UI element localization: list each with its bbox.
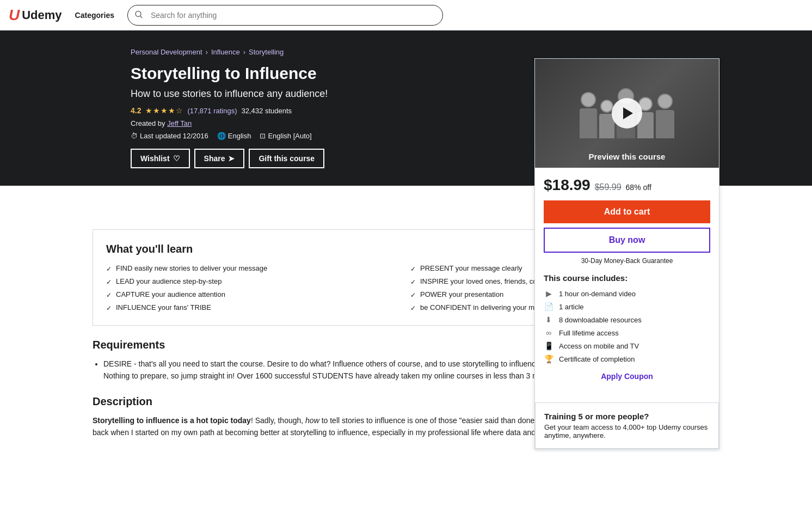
action-buttons: Wishlist ♡ Share ➤ Gift this course (131, 149, 520, 168)
check-icon-5: ✓ (410, 265, 416, 273)
learn-item-1-text: FIND easily new stories to deliver your … (116, 264, 267, 272)
learn-item-2-text: LEAD your audience step-by-step (116, 277, 222, 285)
check-icon-2: ✓ (106, 278, 112, 286)
certificate-icon: 🏆 (544, 355, 553, 363)
include-lifetime: ∞ Full lifetime access (544, 328, 710, 337)
language: 🌐 English (217, 132, 251, 140)
gift-button[interactable]: Gift this course (249, 149, 324, 168)
sidebar-body: $18.99 $59.99 68% off Add to cart Buy no… (535, 168, 719, 394)
check-icon-4: ✓ (106, 304, 112, 312)
search-input[interactable] (127, 5, 443, 26)
include-video-text: 1 hour on-demand video (559, 290, 636, 298)
rating-count: (17,871 ratings) (187, 107, 237, 115)
star-4: ★ (168, 106, 175, 115)
main-content: Preview this course $18.99 $59.99 68% of… (79, 216, 733, 452)
learn-item-5-text: PRESENT your message clearly (420, 264, 522, 272)
learn-item-3-text: CAPTURE your audience attention (116, 290, 225, 298)
include-certificate: 🏆 Certificate of completion (544, 355, 710, 363)
training-box: Training 5 or more people? Get your team… (535, 402, 719, 449)
search-bar (127, 5, 443, 26)
person-2 (599, 100, 614, 138)
star-5-half: ☆ (176, 106, 183, 115)
include-lifetime-text: Full lifetime access (559, 329, 619, 337)
clock-icon: ⏱ (131, 132, 138, 140)
breadcrumb-storytelling[interactable]: Storytelling (249, 48, 284, 56)
logo-u-icon: U (9, 7, 20, 24)
breadcrumb-sep-2: › (243, 48, 245, 56)
search-icon (135, 10, 143, 20)
navbar: U Udemy Categories (0, 0, 812, 30)
apply-coupon-button[interactable]: Apply Coupon (544, 372, 710, 381)
money-back-guarantee: 30-Day Money-Back Guarantee (544, 257, 710, 265)
check-icon-1: ✓ (106, 265, 112, 273)
heart-icon: ♡ (173, 154, 180, 163)
training-title: Training 5 or more people? (544, 412, 710, 421)
check-icon-7: ✓ (410, 291, 416, 299)
include-article-text: 1 article (559, 303, 584, 311)
include-video: ▶ 1 hour on-demand video (544, 289, 710, 298)
person-5 (656, 94, 674, 138)
last-updated: ⏱ Last updated 12/2016 (131, 132, 208, 140)
gift-label: Gift this course (259, 154, 315, 163)
download-icon: ⬇ (544, 315, 553, 324)
preview-label: Preview this course (589, 152, 666, 161)
play-button[interactable] (612, 98, 642, 129)
wishlist-label: Wishlist (140, 154, 170, 163)
share-icon: ➤ (228, 154, 235, 163)
star-1: ★ (145, 106, 152, 115)
star-2: ★ (153, 106, 160, 115)
breadcrumb-sep-1: › (206, 48, 208, 56)
person-1 (580, 92, 597, 138)
check-icon-3: ✓ (106, 291, 112, 299)
wishlist-button[interactable]: Wishlist ♡ (131, 149, 190, 168)
star-rating: ★ ★ ★ ★ ☆ (145, 106, 183, 115)
breadcrumb-influence[interactable]: Influence (211, 48, 240, 56)
breadcrumb: Personal Development › Influence › Story… (131, 48, 520, 56)
learn-item-2: ✓ LEAD your audience step-by-step (106, 277, 402, 286)
add-to-cart-button[interactable]: Add to cart (544, 200, 710, 223)
include-download-text: 8 downloadable resources (559, 316, 642, 324)
udemy-logo[interactable]: U Udemy (9, 7, 62, 24)
training-desc: Get your team access to 4,000+ top Udemy… (544, 423, 710, 439)
buy-now-button[interactable]: Buy now (544, 228, 710, 253)
categories-menu[interactable]: Categories (71, 11, 119, 20)
instructor-link[interactable]: Jeff Tan (167, 119, 192, 127)
logo-text: Udemy (22, 8, 61, 22)
learn-item-3: ✓ CAPTURE your audience attention (106, 290, 402, 299)
learn-item-7-text: POWER your presentation (420, 290, 503, 298)
captions: ⊡ English [Auto] (260, 132, 311, 140)
price-original: $59.99 (595, 182, 622, 192)
share-label: Share (204, 154, 225, 163)
price-row: $18.99 $59.99 68% off (544, 176, 710, 194)
globe-icon: 🌐 (217, 132, 226, 140)
svg-line-1 (140, 16, 142, 17)
preview-thumbnail[interactable]: Preview this course (535, 59, 719, 168)
captions-text: English [Auto] (268, 132, 311, 140)
created-by: Created by Jeff Tan (131, 119, 520, 127)
include-download: ⬇ 8 downloadable resources (544, 315, 710, 324)
check-icon-8: ✓ (410, 304, 416, 312)
include-article: 📄 1 article (544, 302, 710, 311)
learn-item-4-text: INFLUENCE your fans' TRIBE (116, 303, 211, 312)
desc-bold: Storytelling to influence is a hot topic… (93, 416, 251, 425)
share-button[interactable]: Share ➤ (194, 149, 245, 168)
price-current: $18.99 (544, 176, 590, 194)
star-3: ★ (161, 106, 168, 115)
meta-row: ⏱ Last updated 12/2016 🌐 English ⊡ Engli… (131, 132, 520, 140)
include-certificate-text: Certificate of completion (559, 355, 635, 363)
last-updated-text: Last updated 12/2016 (140, 132, 208, 140)
play-triangle-icon (623, 107, 633, 119)
cc-icon: ⊡ (260, 132, 266, 140)
course-title: Storytelling to Influence (131, 63, 520, 84)
includes-list: ▶ 1 hour on-demand video 📄 1 article ⬇ 8… (544, 289, 710, 363)
includes-title: This course includes: (544, 273, 710, 283)
rating-number: 4.2 (131, 106, 141, 115)
article-icon: 📄 (544, 302, 553, 311)
breadcrumb-personal-dev[interactable]: Personal Development (131, 48, 202, 56)
include-mobile: 📱 Access on mobile and TV (544, 341, 710, 350)
language-text: English (228, 132, 251, 140)
mobile-icon: 📱 (544, 341, 553, 350)
check-icon-6: ✓ (410, 278, 416, 286)
sidebar-card: Preview this course $18.99 $59.99 68% of… (534, 58, 719, 449)
desc-italic: how (305, 416, 319, 425)
